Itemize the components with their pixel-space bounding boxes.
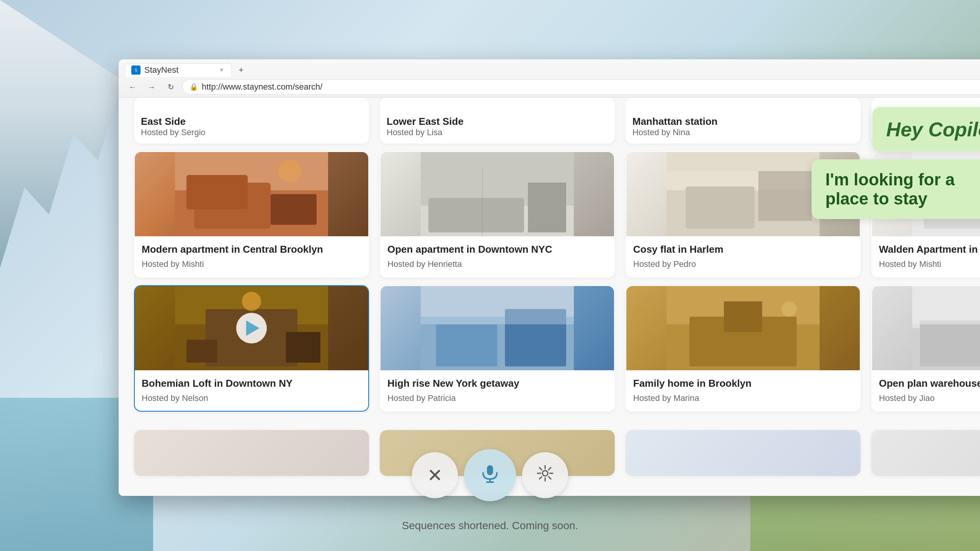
video-play-button[interactable] — [236, 313, 267, 343]
partial-card-east-side[interactable]: East Side Hosted by Sergio — [134, 98, 369, 144]
copilot-looking-text: I'm looking for a place to stay — [825, 170, 955, 208]
listing-info-modern-brooklyn: Modern apartment in Central Brooklyn Hos… — [135, 236, 368, 277]
svg-point-8 — [278, 160, 301, 183]
partial-host-0: Hosted by Sergio — [141, 128, 362, 137]
svg-rect-43 — [920, 320, 980, 366]
url-text: http://www.staynest.com/search/ — [202, 82, 322, 92]
listing-host-open-downtown: Hosted by Henrietta — [387, 259, 607, 269]
svg-rect-45 — [912, 286, 980, 324]
partial-card-lower-east[interactable]: Lower East Side Hosted by Lisa — [380, 98, 615, 144]
listing-title-open-downtown: Open apartment in Downtown NYC — [387, 243, 607, 256]
listing-card-family-brooklyn[interactable]: Family home in Brooklyn Hosted by Marina — [626, 285, 861, 412]
back-button[interactable]: ← — [125, 79, 140, 95]
svg-rect-39 — [724, 301, 762, 332]
listing-info-bohemian-loft: Bohemian Loft in Downtown NY Hosted by N… — [135, 370, 368, 411]
svg-line-55 — [549, 477, 551, 479]
listing-info-open-downtown: Open apartment in Downtown NYC Hosted by… — [381, 236, 614, 277]
listing-image-bohemian-loft — [135, 286, 368, 370]
browser-tab-active[interactable]: S StayNest × — [125, 63, 232, 77]
listing-title-bohemian-loft: Bohemian Loft in Downtown NY — [142, 377, 361, 390]
browser-toolbar: ← → ↻ 🔒 http://www.staynest.com/search/ … — [119, 77, 980, 97]
bottom-partial-card-4[interactable] — [871, 430, 980, 476]
svg-rect-35 — [421, 286, 574, 324]
settings-icon — [536, 464, 554, 487]
listing-card-open-downtown[interactable]: Open apartment in Downtown NYC Hosted by… — [380, 151, 615, 278]
svg-rect-13 — [528, 183, 566, 232]
bottom-partial-card-3[interactable] — [626, 430, 861, 476]
svg-point-28 — [242, 292, 261, 311]
listing-host-cosy-harlem: Hosted by Pedro — [633, 259, 853, 269]
listing-image-modern-brooklyn — [135, 152, 368, 236]
sequences-text: Sequences shortened. Coming soon. — [402, 520, 578, 532]
lock-icon: 🔒 — [189, 83, 198, 91]
listing-info-warehouse: Open plan warehouse conversion in Brookl… — [872, 370, 980, 411]
address-bar[interactable]: 🔒 http://www.staynest.com/search/ — [182, 79, 980, 95]
close-icon: ✕ — [427, 464, 443, 486]
listing-title-family-brooklyn: Family home in Brooklyn — [633, 377, 853, 390]
new-tab-button[interactable]: + — [234, 63, 249, 77]
browser-chrome: S StayNest × + ← → ↻ 🔒 http://www.stayne… — [119, 59, 980, 98]
copilot-hey-text: Hey Copilot — [886, 118, 980, 141]
svg-rect-46 — [487, 465, 493, 475]
svg-rect-12 — [428, 198, 524, 232]
svg-line-57 — [539, 477, 542, 479]
voice-control-bar: ✕ — [412, 449, 568, 501]
listing-host-warehouse: Hosted by Jiao — [879, 393, 980, 403]
partial-title-0: East Side — [141, 116, 362, 128]
bottom-partial-card-1[interactable] — [134, 430, 369, 476]
listing-host-family-brooklyn: Hosted by Marina — [633, 393, 853, 403]
listing-host-modern-brooklyn: Hosted by Mishti — [142, 259, 361, 269]
listing-image-highrise — [381, 286, 614, 370]
listing-info-walden-manhattan: Walden Apartment in Manhattan Hosted by … — [872, 236, 980, 277]
partial-title-1: Lower East Side — [387, 116, 608, 128]
copilot-overlay: Hey Copilot I'm looking for a place to s… — [812, 107, 980, 219]
listing-title-modern-brooklyn: Modern apartment in Central Brooklyn — [142, 243, 361, 256]
listing-host-bohemian-loft: Hosted by Nelson — [142, 393, 361, 403]
forward-button[interactable]: → — [144, 79, 159, 95]
listing-host-highrise: Hosted by Patricia — [387, 393, 607, 403]
svg-rect-9 — [271, 194, 317, 225]
svg-rect-19 — [666, 152, 820, 171]
listing-info-cosy-harlem: Cosy flat in Harlem Hosted by Pedro — [626, 236, 860, 277]
listing-image-family-brooklyn — [626, 286, 860, 370]
svg-rect-7 — [186, 175, 248, 209]
svg-point-40 — [781, 301, 797, 317]
partial-host-1: Hosted by Lisa — [387, 128, 608, 137]
svg-rect-30 — [286, 332, 320, 363]
svg-rect-29 — [186, 340, 217, 363]
listing-image-warehouse — [872, 286, 980, 370]
copilot-bubble-hey: Hey Copilot — [872, 107, 980, 152]
tab-close-button[interactable]: × — [218, 66, 225, 74]
voice-settings-button[interactable] — [522, 452, 568, 498]
listing-card-modern-brooklyn[interactable]: Modern apartment in Central Brooklyn Hos… — [134, 151, 369, 278]
browser-tabs: S StayNest × + — [119, 59, 980, 77]
listing-title-walden-manhattan: Walden Apartment in Manhattan — [879, 243, 980, 256]
listing-title-cosy-harlem: Cosy flat in Harlem — [633, 243, 853, 256]
play-triangle-icon — [246, 320, 260, 336]
tab-title: StayNest — [144, 65, 178, 75]
listing-info-family-brooklyn: Family home in Brooklyn Hosted by Marina — [626, 370, 860, 411]
mic-icon — [479, 462, 501, 489]
svg-rect-14 — [482, 167, 483, 236]
listing-grid-row2: Bohemian Loft in Downtown NY Hosted by N… — [119, 285, 980, 419]
voice-mic-button[interactable] — [464, 449, 516, 501]
refresh-button[interactable]: ↻ — [163, 79, 178, 95]
svg-rect-18 — [758, 171, 812, 221]
listing-card-warehouse[interactable]: Open plan warehouse conversion in Brookl… — [871, 285, 980, 412]
listing-image-open-downtown — [381, 152, 614, 236]
listing-host-walden-manhattan: Hosted by Mishti — [879, 259, 980, 269]
svg-text:S: S — [135, 68, 137, 72]
svg-point-49 — [542, 471, 548, 476]
voice-close-button[interactable]: ✕ — [412, 452, 458, 498]
listing-title-warehouse: Open plan warehouse conversion in Brookl… — [879, 377, 980, 390]
svg-line-54 — [539, 468, 542, 470]
svg-rect-33 — [436, 324, 497, 366]
listing-card-highrise[interactable]: High rise New York getaway Hosted by Pat… — [380, 285, 615, 412]
svg-rect-17 — [686, 186, 755, 229]
svg-line-56 — [549, 468, 551, 470]
listing-card-bohemian-loft[interactable]: Bohemian Loft in Downtown NY Hosted by N… — [134, 285, 369, 412]
tab-favicon: S — [131, 65, 140, 75]
sequences-label: Sequences shortened. Coming soon. — [402, 520, 578, 531]
listing-info-highrise: High rise New York getaway Hosted by Pat… — [381, 370, 614, 411]
copilot-bubble-looking: I'm looking for a place to stay — [812, 159, 980, 219]
